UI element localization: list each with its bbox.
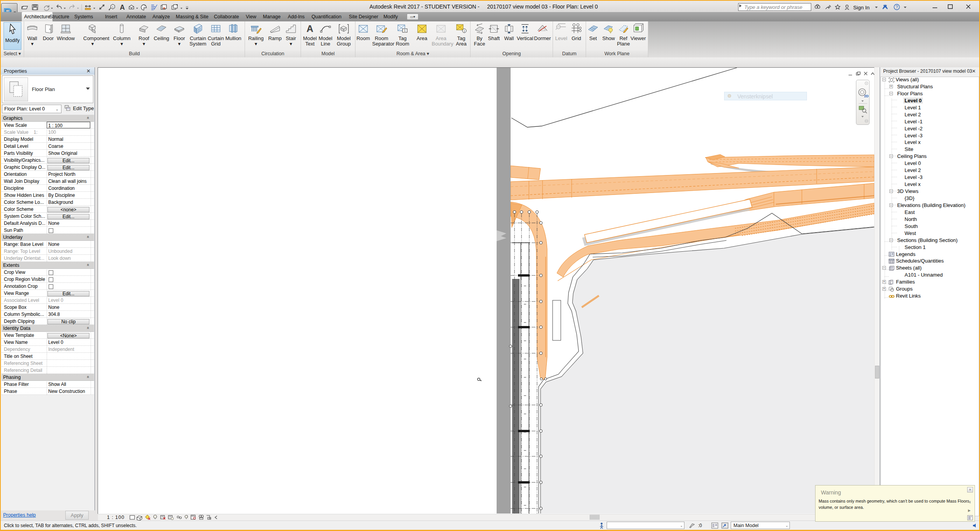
svg-text:1: 1 — [404, 29, 406, 32]
svg-text:A: A — [306, 23, 313, 34]
svg-text:1: 1 — [464, 30, 465, 32]
svg-text:1: 1 — [112, 5, 114, 9]
svg-text:Sign In: Sign In — [853, 5, 870, 11]
svg-text:?: ? — [896, 5, 898, 9]
svg-text:2D: 2D — [864, 94, 869, 98]
svg-text:A: A — [120, 4, 125, 11]
